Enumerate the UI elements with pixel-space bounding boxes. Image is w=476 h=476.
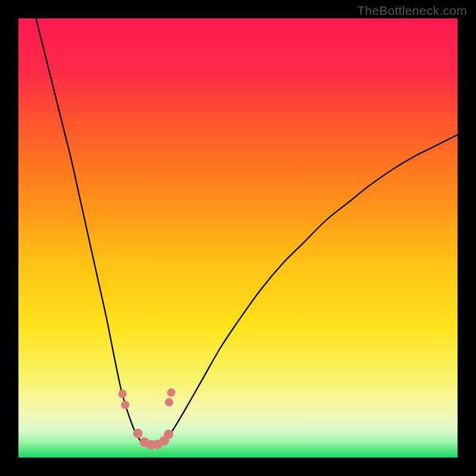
valley-marker-dot: [133, 428, 143, 438]
curve-left-branch: [36, 18, 142, 442]
watermark-label: TheBottleneck.com: [357, 4, 467, 18]
valley-marker-dot: [167, 389, 176, 397]
chart-frame: TheBottleneck.com: [0, 0, 476, 476]
valley-marker-dot: [118, 390, 127, 398]
valley-marker-dot: [165, 398, 173, 406]
plot-area: [18, 18, 458, 458]
valley-marker-dot: [121, 400, 129, 409]
valley-markers: [118, 389, 176, 450]
curve-layer: [18, 18, 458, 458]
curve-right-branch: [164, 135, 458, 443]
valley-marker-dot: [164, 430, 173, 439]
